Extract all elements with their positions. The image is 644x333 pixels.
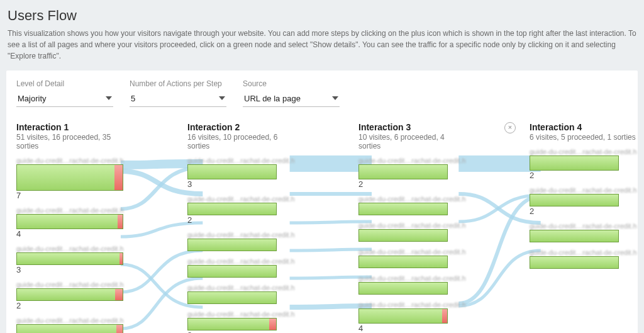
node-page-label: guide-du-credit…rachat-de-credit.html xyxy=(16,245,123,252)
users-flow-diagram: Interaction 151 visites, 16 proceeded, 3… xyxy=(16,122,628,333)
interaction-title: Interaction 1 xyxy=(16,122,123,132)
flow-node[interactable]: guide-du-credit…rachat-de-credit.html8 xyxy=(187,310,294,333)
flow-node[interactable]: guide-du-credit…rachat-de-credit.html4 xyxy=(16,206,123,239)
node-value: 2 xyxy=(16,301,21,310)
page-description: This visualization shows you how your vi… xyxy=(8,28,638,62)
interaction-title: Interaction 2 xyxy=(187,122,294,132)
interaction-column: Interaction 216 visites, 10 proceeded, 6… xyxy=(187,122,345,333)
interaction-column: Interaction 151 visites, 16 proceeded, 3… xyxy=(16,122,174,333)
flow-node[interactable]: guide-du-credit…rachat-de-credit.html2 xyxy=(530,148,636,180)
node-value: 7 xyxy=(16,191,21,200)
node-page-label: guide-du-credit…rachat-de-credit.html xyxy=(358,274,465,282)
node-value: 2 xyxy=(187,215,192,225)
node-value: 3 xyxy=(187,179,192,189)
flow-node[interactable]: guide-du-credit…rachat-de-credit.html2 xyxy=(187,195,294,225)
node-page-label: guide-du-credit…rachat-de-credit.html xyxy=(187,157,294,164)
node-value: 2 xyxy=(530,206,534,216)
caret-down-icon xyxy=(332,94,338,103)
node-page-label: guide-du-credit…rachat-de-credit.html xyxy=(358,195,465,203)
flow-node[interactable]: guide-du-credit…rachat-de-credit.html xyxy=(358,222,465,242)
source-label: Source xyxy=(243,79,340,88)
remove-step-button[interactable]: × xyxy=(504,122,516,133)
interaction-column: Interaction 310 visites, 6 proceeded, 4 … xyxy=(358,122,516,333)
node-page-label: guide-du-credit…rachat-de-credit.html xyxy=(358,157,465,164)
node-page-label: guide-du-credit…rachat-de-credit.html xyxy=(530,186,636,194)
level-of-detail-label: Level of Detail xyxy=(16,79,113,88)
interaction-summary: 6 visites, 5 proceeded, 1 sorties xyxy=(530,133,636,142)
node-value: 3 xyxy=(16,265,21,274)
node-page-label: guide-du-credit…rachat-de-credit.html xyxy=(16,157,123,164)
actions-per-step-label: Number of Actions per Step xyxy=(130,79,226,88)
node-page-label: guide-du-credit…rachat-de-credit.html xyxy=(187,284,294,291)
flow-node[interactable]: guide-du-credit…rachat-de-credit.html2 xyxy=(16,281,123,310)
flow-node[interactable]: guide-du-credit…rachat-de-credit.html xyxy=(187,257,294,278)
node-value: 2 xyxy=(358,179,363,189)
node-value: 4 xyxy=(16,229,21,239)
node-page-label: guide-du-credit…rachat-de-credit.html xyxy=(187,195,294,203)
flow-node[interactable]: guide-du-credit…rachat-de-credit.html2 xyxy=(358,157,465,189)
source-control: Source URL de la page xyxy=(243,79,340,107)
flow-node[interactable]: guide-du-credit…rachat-de-credit.html4 xyxy=(358,301,465,333)
node-page-label: guide-du-credit…rachat-de-credit.html xyxy=(358,248,465,256)
flow-node[interactable]: guide-du-credit…rachat-de-credit.html2 xyxy=(16,317,123,333)
level-of-detail-value: Majority xyxy=(18,94,47,103)
node-page-label: guide-du-credit…rachat-de-credit.html xyxy=(16,317,123,324)
caret-down-icon xyxy=(219,94,225,103)
level-of-detail-control: Level of Detail Majority xyxy=(16,79,113,107)
flow-node[interactable]: guide-du-credit…rachat-de-credit.html7 xyxy=(16,157,123,200)
interaction-column: Interaction 46 visites, 5 proceeded, 1 s… xyxy=(530,122,644,333)
node-page-label: guide-du-credit…rachat-de-credit.html xyxy=(358,301,465,308)
node-value: 2 xyxy=(530,171,534,180)
flow-node[interactable]: guide-du-credit…rachat-de-credit.html xyxy=(187,284,294,304)
node-page-label: guide-du-credit…rachat-de-credit.html xyxy=(530,148,636,155)
interaction-summary: 16 visites, 10 proceeded, 6 sorties xyxy=(187,133,294,150)
node-page-label: guide-du-credit…rachat-de-credit.html xyxy=(187,310,294,318)
level-of-detail-select[interactable]: Majority xyxy=(16,92,113,107)
node-page-label: guide-du-credit…rachat-de-credit.html xyxy=(16,206,123,214)
node-page-label: guide-du-credit…rachat-de-credit.html xyxy=(187,257,294,265)
node-page-label: guide-du-credit…rachat-de-credit.html xyxy=(358,222,465,229)
node-value: 8 xyxy=(187,330,192,333)
actions-per-step-value: 5 xyxy=(131,94,135,103)
actions-per-step-select[interactable]: 5 xyxy=(130,92,226,107)
source-select[interactable]: URL de la page xyxy=(243,92,340,107)
node-page-label: guide-du-credit…rachat-de-credit.html xyxy=(530,222,636,230)
flow-node[interactable]: guide-du-credit…rachat-de-credit.html xyxy=(358,248,465,268)
flow-node[interactable]: guide-du-credit…rachat-de-credit.html xyxy=(530,222,636,242)
flow-panel: Level of Detail Majority Number of Actio… xyxy=(6,71,638,333)
interaction-summary: 51 visites, 16 proceeded, 35 sorties xyxy=(16,133,123,150)
node-page-label: guide-du-credit…rachat-de-credit.html xyxy=(187,231,294,239)
interaction-title: Interaction 3 xyxy=(358,122,465,132)
interaction-title: Interaction 4 xyxy=(530,122,636,132)
node-page-label: guide-du-credit…rachat-de-credit.html xyxy=(16,281,123,288)
flow-node[interactable]: guide-du-credit…rachat-de-credit.html3 xyxy=(16,245,123,274)
page-title: Users Flow xyxy=(8,8,638,24)
flow-node[interactable]: guide-du-credit…rachat-de-credit.html xyxy=(530,249,636,269)
node-value: 4 xyxy=(358,324,363,333)
node-page-label: guide-du-credit…rachat-de-credit.html xyxy=(530,249,636,256)
source-value: URL de la page xyxy=(244,94,301,103)
flow-node[interactable]: guide-du-credit…rachat-de-credit.html3 xyxy=(187,157,294,189)
caret-down-icon xyxy=(106,94,112,103)
flow-node[interactable]: guide-du-credit…rachat-de-credit.html xyxy=(187,231,294,251)
interaction-summary: 10 visites, 6 proceeded, 4 sorties xyxy=(358,133,465,150)
actions-per-step-control: Number of Actions per Step 5 xyxy=(130,79,226,107)
flow-node[interactable]: guide-du-credit…rachat-de-credit.html xyxy=(358,274,465,295)
flow-node[interactable]: guide-du-credit…rachat-de-credit.html xyxy=(358,195,465,215)
flow-node[interactable]: guide-du-credit…rachat-de-credit.html2 xyxy=(530,186,636,216)
